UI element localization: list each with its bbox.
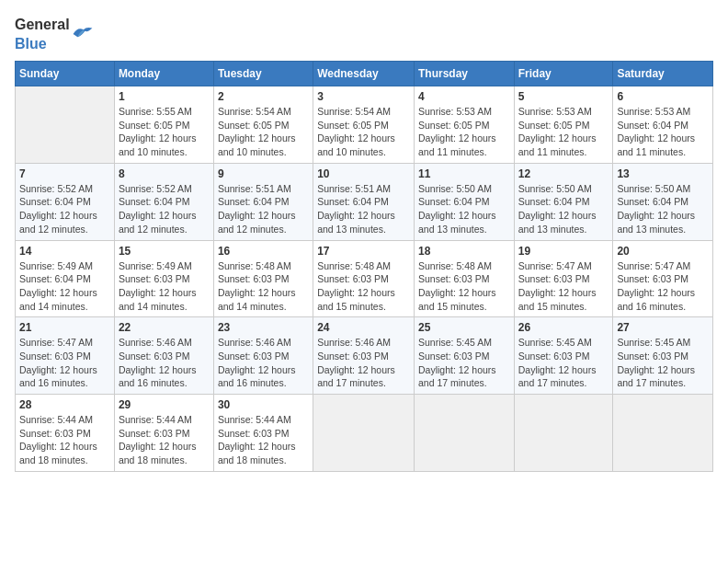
day-number: 23 — [218, 321, 309, 334]
calendar-cell: 22Sunrise: 5:46 AMSunset: 6:03 PMDayligh… — [114, 317, 213, 395]
day-info: Sunrise: 5:49 AMSunset: 6:03 PMDaylight:… — [119, 259, 210, 314]
day-number: 18 — [418, 245, 510, 258]
calendar-cell: 11Sunrise: 5:50 AMSunset: 6:04 PMDayligh… — [414, 163, 514, 240]
day-number: 1 — [119, 90, 210, 103]
calendar-cell: 21Sunrise: 5:47 AMSunset: 6:03 PMDayligh… — [16, 317, 115, 395]
day-info: Sunrise: 5:54 AMSunset: 6:05 PMDaylight:… — [218, 105, 309, 159]
dow-friday: Friday — [514, 62, 613, 86]
calendar-cell — [313, 395, 415, 472]
calendar-cell: 9Sunrise: 5:51 AMSunset: 6:04 PMDaylight… — [213, 163, 313, 240]
day-number: 27 — [617, 321, 709, 334]
day-info: Sunrise: 5:55 AMSunset: 6:05 PMDaylight:… — [119, 105, 210, 159]
day-info: Sunrise: 5:45 AMSunset: 6:03 PMDaylight:… — [617, 336, 709, 390]
calendar-week-4: 21Sunrise: 5:47 AMSunset: 6:03 PMDayligh… — [16, 317, 713, 395]
calendar-cell: 10Sunrise: 5:51 AMSunset: 6:04 PMDayligh… — [313, 163, 415, 240]
calendar-cell: 24Sunrise: 5:46 AMSunset: 6:03 PMDayligh… — [313, 317, 415, 395]
day-info: Sunrise: 5:47 AMSunset: 6:03 PMDaylight:… — [19, 336, 110, 390]
day-info: Sunrise: 5:44 AMSunset: 6:03 PMDaylight:… — [218, 413, 309, 467]
day-number: 7 — [19, 167, 110, 180]
logo-general-text: General — [15, 17, 70, 32]
calendar-cell: 27Sunrise: 5:45 AMSunset: 6:03 PMDayligh… — [613, 317, 713, 395]
day-number: 2 — [218, 90, 309, 103]
day-info: Sunrise: 5:48 AMSunset: 6:03 PMDaylight:… — [418, 259, 510, 314]
calendar-cell: 14Sunrise: 5:49 AMSunset: 6:04 PMDayligh… — [16, 240, 115, 317]
calendar-cell: 26Sunrise: 5:45 AMSunset: 6:03 PMDayligh… — [514, 317, 613, 395]
day-number: 19 — [518, 245, 609, 258]
day-info: Sunrise: 5:45 AMSunset: 6:03 PMDaylight:… — [418, 336, 510, 390]
dow-wednesday: Wednesday — [313, 62, 415, 86]
calendar-cell: 7Sunrise: 5:52 AMSunset: 6:04 PMDaylight… — [16, 163, 115, 240]
day-number: 14 — [19, 245, 110, 258]
day-info: Sunrise: 5:50 AMSunset: 6:04 PMDaylight:… — [518, 182, 609, 236]
day-info: Sunrise: 5:51 AMSunset: 6:04 PMDaylight:… — [317, 182, 410, 236]
calendar-cell: 19Sunrise: 5:47 AMSunset: 6:03 PMDayligh… — [514, 240, 613, 317]
calendar-cell: 1Sunrise: 5:55 AMSunset: 6:05 PMDaylight… — [114, 86, 213, 164]
day-number: 22 — [119, 321, 210, 334]
day-info: Sunrise: 5:44 AMSunset: 6:03 PMDaylight:… — [19, 413, 110, 467]
day-info: Sunrise: 5:52 AMSunset: 6:04 PMDaylight:… — [19, 182, 110, 236]
calendar-cell: 8Sunrise: 5:52 AMSunset: 6:04 PMDaylight… — [114, 163, 213, 240]
calendar-cell — [514, 395, 613, 472]
calendar-cell: 16Sunrise: 5:48 AMSunset: 6:03 PMDayligh… — [213, 240, 313, 317]
day-number: 5 — [518, 90, 609, 103]
calendar-cell: 2Sunrise: 5:54 AMSunset: 6:05 PMDaylight… — [213, 86, 313, 164]
day-info: Sunrise: 5:48 AMSunset: 6:03 PMDaylight:… — [317, 259, 410, 314]
calendar-cell: 18Sunrise: 5:48 AMSunset: 6:03 PMDayligh… — [414, 240, 514, 317]
header: General Blue — [15, 15, 713, 53]
calendar-week-2: 7Sunrise: 5:52 AMSunset: 6:04 PMDaylight… — [16, 163, 713, 240]
dow-tuesday: Tuesday — [213, 62, 313, 86]
day-info: Sunrise: 5:47 AMSunset: 6:03 PMDaylight:… — [617, 259, 709, 314]
day-info: Sunrise: 5:53 AMSunset: 6:05 PMDaylight:… — [518, 105, 609, 159]
calendar-week-5: 28Sunrise: 5:44 AMSunset: 6:03 PMDayligh… — [16, 395, 713, 472]
calendar-body: 1Sunrise: 5:55 AMSunset: 6:05 PMDaylight… — [16, 86, 713, 472]
day-number: 30 — [218, 398, 309, 411]
day-number: 6 — [617, 90, 709, 103]
calendar-cell — [16, 86, 115, 164]
calendar-cell: 3Sunrise: 5:54 AMSunset: 6:05 PMDaylight… — [313, 86, 415, 164]
calendar-cell: 15Sunrise: 5:49 AMSunset: 6:03 PMDayligh… — [114, 240, 213, 317]
day-info: Sunrise: 5:52 AMSunset: 6:04 PMDaylight:… — [119, 182, 210, 236]
day-number: 28 — [19, 398, 110, 411]
day-info: Sunrise: 5:44 AMSunset: 6:03 PMDaylight:… — [119, 413, 210, 467]
calendar-cell — [414, 395, 514, 472]
day-info: Sunrise: 5:51 AMSunset: 6:04 PMDaylight:… — [218, 182, 309, 236]
logo-blue-text: Blue — [15, 36, 47, 52]
day-number: 4 — [418, 90, 510, 103]
calendar-cell: 4Sunrise: 5:53 AMSunset: 6:05 PMDaylight… — [414, 86, 514, 164]
day-number: 8 — [119, 167, 210, 180]
dow-thursday: Thursday — [414, 62, 514, 86]
day-number: 24 — [317, 321, 410, 334]
day-number: 29 — [119, 398, 210, 411]
calendar-week-3: 14Sunrise: 5:49 AMSunset: 6:04 PMDayligh… — [16, 240, 713, 317]
calendar-cell: 5Sunrise: 5:53 AMSunset: 6:05 PMDaylight… — [514, 86, 613, 164]
logo-bird-icon — [72, 25, 94, 43]
day-info: Sunrise: 5:50 AMSunset: 6:04 PMDaylight:… — [418, 182, 510, 236]
calendar-cell: 25Sunrise: 5:45 AMSunset: 6:03 PMDayligh… — [414, 317, 514, 395]
calendar-week-1: 1Sunrise: 5:55 AMSunset: 6:05 PMDaylight… — [16, 86, 713, 164]
day-number: 15 — [119, 245, 210, 258]
day-number: 3 — [317, 90, 410, 103]
day-number: 13 — [617, 167, 709, 180]
days-of-week-header: SundayMondayTuesdayWednesdayThursdayFrid… — [16, 62, 713, 86]
calendar-cell: 30Sunrise: 5:44 AMSunset: 6:03 PMDayligh… — [213, 395, 313, 472]
calendar-cell: 29Sunrise: 5:44 AMSunset: 6:03 PMDayligh… — [114, 395, 213, 472]
day-number: 26 — [518, 321, 609, 334]
day-number: 16 — [218, 245, 309, 258]
day-info: Sunrise: 5:45 AMSunset: 6:03 PMDaylight:… — [518, 336, 609, 390]
calendar-cell: 6Sunrise: 5:53 AMSunset: 6:04 PMDaylight… — [613, 86, 713, 164]
day-info: Sunrise: 5:47 AMSunset: 6:03 PMDaylight:… — [518, 259, 609, 314]
logo: General Blue — [15, 15, 94, 53]
day-info: Sunrise: 5:46 AMSunset: 6:03 PMDaylight:… — [317, 336, 410, 390]
day-number: 17 — [317, 245, 410, 258]
day-info: Sunrise: 5:53 AMSunset: 6:04 PMDaylight:… — [617, 105, 709, 159]
day-info: Sunrise: 5:49 AMSunset: 6:04 PMDaylight:… — [19, 259, 110, 314]
calendar-cell: 17Sunrise: 5:48 AMSunset: 6:03 PMDayligh… — [313, 240, 415, 317]
day-info: Sunrise: 5:46 AMSunset: 6:03 PMDaylight:… — [218, 336, 309, 390]
day-info: Sunrise: 5:50 AMSunset: 6:04 PMDaylight:… — [617, 182, 709, 236]
calendar-cell: 12Sunrise: 5:50 AMSunset: 6:04 PMDayligh… — [514, 163, 613, 240]
calendar-cell: 20Sunrise: 5:47 AMSunset: 6:03 PMDayligh… — [613, 240, 713, 317]
day-number: 10 — [317, 167, 410, 180]
day-number: 25 — [418, 321, 510, 334]
calendar-cell — [613, 395, 713, 472]
day-info: Sunrise: 5:54 AMSunset: 6:05 PMDaylight:… — [317, 105, 410, 159]
